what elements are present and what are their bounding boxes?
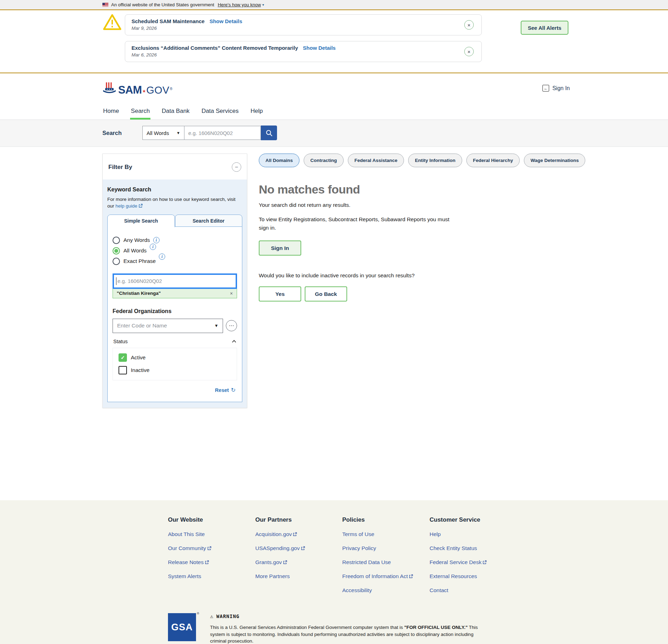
gsa-logo: GSA® <box>168 613 196 641</box>
show-details-link[interactable]: Show Details <box>209 18 242 24</box>
keyword-search-heading: Keyword Search <box>107 187 242 193</box>
checkbox-checked-icon: ✓ <box>119 353 127 362</box>
alert-close-button[interactable]: × <box>464 47 474 56</box>
pill-entity-information[interactable]: Entity Information <box>408 154 462 167</box>
pill-wage-determinations[interactable]: Wage Determinations <box>524 154 586 167</box>
pill-federal-hierarchy[interactable]: Federal Hierarchy <box>466 154 520 167</box>
more-options-button[interactable]: ⋯ <box>226 320 237 331</box>
footer-link-check-entity-status[interactable]: Check Entity Status <box>430 545 487 551</box>
inactive-records-question: Would you like to include inactive recor… <box>259 272 550 279</box>
footer-link-grants-gov[interactable]: Grants.gov <box>255 559 342 565</box>
chevron-up-icon <box>232 340 236 343</box>
warning-bold-text: "FOR OFFICIAL USE ONLY." <box>404 625 468 630</box>
logo-star-icon: ★ <box>142 88 146 95</box>
global-search-input[interactable] <box>184 126 261 140</box>
footer-link-label: Grants.gov <box>255 559 282 565</box>
keyword-input[interactable] <box>113 273 237 289</box>
pill-federal-assistance[interactable]: Federal Assistance <box>348 154 404 167</box>
footer-link-foia[interactable]: Freedom of Information Act <box>342 573 430 579</box>
page: An official website of the United States… <box>0 0 668 644</box>
federal-orgs-select[interactable]: Enter Code or Name ▼ <box>113 319 223 333</box>
footer-link-label: USASpending.gov <box>255 545 300 551</box>
search-type-select[interactable]: All Words ▼ <box>142 126 184 140</box>
tab-simple-search[interactable]: Simple Search <box>107 215 175 227</box>
text-caret <box>116 277 116 285</box>
filter-panel: Filter By − Keyword Search For more info… <box>102 154 247 408</box>
footer-link-restricted-data-use[interactable]: Restricted Data Use <box>342 559 430 565</box>
search-type-value: All Words <box>147 130 169 136</box>
no-matches-title: No matches found <box>259 183 550 196</box>
domain-pills: All Domains Contracting Federal Assistan… <box>259 154 550 167</box>
radio-exact-phrase[interactable] <box>113 258 120 265</box>
chip-remove-button[interactable]: × <box>230 291 233 296</box>
gsa-logo-text: GSA <box>171 622 193 633</box>
nav-item-data-bank[interactable]: Data Bank <box>161 103 190 120</box>
footer-link-label: Acquisition.gov <box>255 531 292 537</box>
nav-item-search[interactable]: Search <box>130 103 150 120</box>
info-icon[interactable]: i <box>150 244 156 250</box>
footer-link-system-alerts[interactable]: System Alerts <box>168 573 255 579</box>
federal-orgs-heading: Federal Organizations <box>113 308 237 314</box>
external-link-icon <box>139 204 143 208</box>
go-back-button[interactable]: Go Back <box>305 286 347 301</box>
search-submit-button[interactable] <box>261 126 277 140</box>
collapse-filters-button[interactable]: − <box>232 162 241 172</box>
footer-link-usaspending-gov[interactable]: USASpending.gov <box>255 545 342 551</box>
nav-item-data-services[interactable]: Data Services <box>201 103 239 120</box>
tab-search-editor[interactable]: Search Editor <box>175 215 243 227</box>
how-you-know-link[interactable]: Here's how you know <box>218 2 261 7</box>
footer-link-external-resources[interactable]: External Resources <box>430 573 487 579</box>
footer-link-label: Freedom of Information Act <box>342 573 408 579</box>
federal-orgs-placeholder: Enter Code or Name <box>117 323 167 329</box>
footer-link-our-community[interactable]: Our Community <box>168 545 255 551</box>
see-all-alerts-button[interactable]: See All Alerts <box>521 21 568 35</box>
yes-button[interactable]: Yes <box>259 286 301 301</box>
footer-link-release-notes[interactable]: Release Notes <box>168 559 255 565</box>
status-option-inactive[interactable]: Inactive <box>119 366 231 374</box>
radio-any-words-label: Any Words <box>123 237 150 243</box>
warning-icon: ⚠ <box>210 613 214 619</box>
filter-body: Keyword Search For more information on h… <box>103 179 247 408</box>
alert-maintenance: Scheduled SAM Maintenance Show Details M… <box>125 14 482 35</box>
main-content: Filter By − Keyword Search For more info… <box>0 147 668 500</box>
pill-all-domains[interactable]: All Domains <box>259 154 299 167</box>
external-link-icon <box>483 560 487 564</box>
footer-link-accessibility[interactable]: Accessibility <box>342 587 430 594</box>
alert-title: Scheduled SAM Maintenance <box>131 18 204 24</box>
status-option-active[interactable]: ✓ Active <box>119 353 231 362</box>
footer-link-privacy-policy[interactable]: Privacy Policy <box>342 545 430 551</box>
keyword-info-text: For more information on how to use our k… <box>107 196 242 210</box>
sign-in-button[interactable]: Sign In <box>259 240 301 256</box>
site-header: SAM★GOV® ← Sign In <box>0 73 668 103</box>
alert-close-button[interactable]: × <box>464 20 474 30</box>
radio-all-words[interactable] <box>113 247 120 255</box>
nav-item-home[interactable]: Home <box>102 103 120 120</box>
pill-contracting[interactable]: Contracting <box>304 154 344 167</box>
footer-link-about-this-site[interactable]: About This Site <box>168 531 255 537</box>
footer-link-more-partners[interactable]: More Partners <box>255 573 342 579</box>
sign-in-icon: ← <box>542 85 549 91</box>
footer-link-federal-service-desk[interactable]: Federal Service Desk <box>430 559 487 565</box>
footer-link-contact[interactable]: Contact <box>430 587 487 594</box>
radio-any-words[interactable] <box>113 237 120 244</box>
status-active-label: Active <box>131 354 146 361</box>
info-icon[interactable]: i <box>153 237 160 243</box>
footer-col-customer-service: Customer Service Help Check Entity Statu… <box>430 516 487 601</box>
footer-link-help[interactable]: Help <box>430 531 487 537</box>
info-icon[interactable]: i <box>159 253 165 260</box>
footer-link-label: Federal Service Desk <box>430 559 481 565</box>
nav-item-help[interactable]: Help <box>250 103 263 120</box>
external-link-icon <box>207 546 211 550</box>
footer-link-terms-of-use[interactable]: Terms of Use <box>342 531 430 537</box>
status-section-toggle[interactable]: Status <box>113 339 237 344</box>
reset-icon: ↻ <box>231 387 236 393</box>
header-sign-in[interactable]: ← Sign In <box>542 85 570 91</box>
status-options: ✓ Active Inactive <box>113 348 237 380</box>
reset-filters-link[interactable]: Reset↻ <box>215 387 236 393</box>
help-guide-link[interactable]: help guide <box>115 203 142 209</box>
sam-gov-logo[interactable]: SAM★GOV® <box>102 82 173 95</box>
show-details-link[interactable]: Show Details <box>303 45 336 51</box>
footer-link-acquisition-gov[interactable]: Acquisition.gov <box>255 531 342 537</box>
external-link-icon <box>283 560 287 564</box>
footer-col-policies: Policies Terms of Use Privacy Policy Res… <box>342 516 430 601</box>
